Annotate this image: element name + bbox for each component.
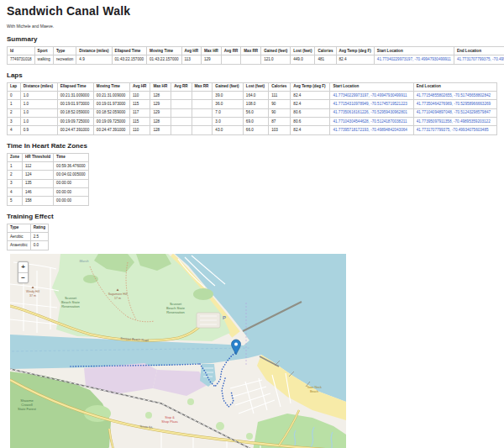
table-cell: recreation — [53, 55, 76, 64]
column-header: Time — [54, 153, 89, 161]
svg-text:Beach: Beach — [310, 389, 318, 393]
table-cell: 164.0 — [243, 91, 268, 99]
table-cell — [171, 91, 192, 99]
table-cell: 481 — [315, 55, 336, 64]
column-header: Zone — [8, 153, 23, 161]
table-cell: 115 — [130, 100, 150, 108]
svg-text:17 m: 17 m — [114, 296, 121, 299]
svg-text:State Forest: State Forest — [18, 407, 37, 411]
table-cell: 41.77154855802655, -70.51745658802842 — [413, 91, 496, 99]
column-header: Gained (feet) — [213, 82, 243, 91]
svg-text:Stop &: Stop & — [165, 416, 175, 419]
svg-text:Sagamore Hill: Sagamore Hill — [108, 293, 128, 296]
table-cell: 129 — [201, 55, 221, 64]
column-header: End Location — [413, 82, 496, 91]
location-link[interactable]: 41.77395097911358, -70.49895359203122 — [417, 119, 491, 124]
table-cell: 158 — [22, 197, 53, 205]
table-cell: 00:24:47.391000 — [93, 126, 129, 134]
table-cell: 2 — [8, 108, 21, 117]
parking-icon: P — [223, 315, 226, 320]
table-row: 515800:00:00 — [8, 197, 89, 205]
location-link[interactable]: 41.77340229973197, -70.49947930499911 — [377, 57, 451, 61]
location-link[interactable]: 41.77350616161226, -70.52959430962801 — [333, 110, 407, 114]
table-cell: 2 — [8, 171, 23, 179]
table-row: 31.000:19:09.72500000:19:09.725000115128… — [8, 117, 497, 125]
map[interactable]: P Marsh Scusset Beach State Reservation — [10, 254, 346, 448]
column-header: Avg HR — [130, 82, 150, 91]
table-cell: 2.5 — [30, 232, 48, 240]
column-header: Type — [53, 47, 76, 55]
table-cell: 110 — [130, 126, 150, 134]
column-header: Distance (miles) — [20, 82, 57, 91]
column-header: Ellapsed Time — [57, 82, 93, 91]
summary-heading: Summary — [7, 35, 497, 43]
table-cell: 124 — [22, 171, 53, 179]
table-cell: 128 — [150, 126, 171, 134]
zoom-out-button[interactable]: − — [18, 272, 28, 282]
label-marsh: Marsh — [79, 259, 89, 263]
table-cell: 00:24:47.391000 — [57, 126, 93, 134]
map-canvas: P Marsh Scusset Beach State Reservation — [10, 254, 346, 448]
table-cell: 00:21:31.009000 — [57, 91, 93, 99]
table-cell: 66.0 — [243, 126, 268, 134]
column-header: End Location — [454, 47, 504, 55]
table-cell: 1.0 — [20, 117, 57, 125]
location-link[interactable]: 41.7731707799375, -70.49934075603485 — [457, 57, 504, 61]
table-cell — [171, 117, 192, 125]
hr-zones-heading: Time In Heart Rate Zones — [7, 142, 497, 150]
table-cell — [192, 126, 213, 134]
column-header: Lost (feet) — [243, 82, 268, 91]
zoom-in-button[interactable]: + — [18, 262, 28, 272]
table-cell: 80.6 — [291, 117, 330, 125]
location-link[interactable]: 41.77395718172193, -70.49894842043064 — [333, 128, 407, 132]
location-link[interactable]: 41.7731707799375, -70.49934075603485 — [417, 128, 489, 132]
table-cell: 108.0 — [243, 100, 268, 108]
location-link[interactable]: 41.77104094897048, -70.51243298579847 — [417, 110, 491, 114]
table-row: 212400:04:02.005000 — [8, 171, 89, 179]
table-cell: 1 — [8, 161, 23, 170]
table-cell: 7.0 — [213, 108, 243, 117]
column-header: Moving Time — [93, 82, 129, 91]
column-header: Max HR — [201, 47, 221, 55]
column-header: Max HR — [150, 82, 171, 91]
table-cell — [241, 55, 261, 64]
location-link[interactable]: 41.77154310978949, -70.51745719521223 — [333, 102, 407, 106]
table-cell: 0 — [8, 91, 21, 99]
table-row: Aerobic2.5 — [8, 232, 49, 240]
column-header: Type — [8, 224, 31, 232]
table-cell: 129 — [150, 108, 171, 117]
svg-text:Shop Plaza: Shop Plaza — [161, 419, 178, 423]
table-row: 111200:59:36.476000 — [8, 161, 89, 170]
column-header: Max RR — [192, 82, 213, 91]
table-cell: 00:59:36.476000 — [54, 161, 89, 170]
svg-text:Town Neck: Town Neck — [307, 386, 322, 389]
table-row: 40.900:24:47.39100000:24:47.391000110128… — [8, 126, 497, 134]
table-cell: 01:43:22.157000 — [147, 55, 182, 64]
table-cell: 3.0 — [213, 117, 243, 125]
table-cell: 00:19:09.725000 — [57, 117, 93, 125]
column-header: Start Location — [374, 47, 454, 55]
table-cell: 146 — [22, 187, 53, 196]
table-cell: 3 — [8, 117, 21, 125]
column-header: Rating — [30, 224, 48, 232]
table-cell — [192, 100, 213, 108]
table-cell: 00:00:00 — [54, 187, 89, 196]
column-header: HR Threshold — [22, 153, 53, 161]
location-link[interactable]: 41.77154855802655, -70.51745658802842 — [417, 93, 491, 98]
table-cell: 103 — [269, 126, 291, 134]
table-cell: 41.77340229973197, -70.49947930499911 — [330, 91, 413, 99]
table-cell: 69.0 — [243, 117, 268, 125]
table-cell: 41.77395718172193, -70.49894842043064 — [330, 126, 413, 134]
table-cell: 0.9 — [20, 126, 57, 134]
table-cell: 5 — [8, 197, 23, 205]
table-cell: 1.0 — [20, 108, 57, 117]
table-cell: 00:04:02.005000 — [54, 171, 89, 179]
table-cell — [192, 108, 213, 117]
column-header: Distance (miles) — [76, 47, 112, 55]
location-link[interactable]: 41.77104304544628, -70.51241870038211 — [333, 119, 407, 124]
location-link[interactable]: 41.77350464276969, -70.52958966663269 — [417, 102, 491, 106]
table-cell: 128 — [150, 91, 171, 99]
column-header: Calories — [315, 47, 336, 55]
table-row: Anaerobic0.0 — [8, 241, 49, 250]
location-link[interactable]: 41.77340229973197, -70.49947930499911 — [333, 93, 407, 98]
